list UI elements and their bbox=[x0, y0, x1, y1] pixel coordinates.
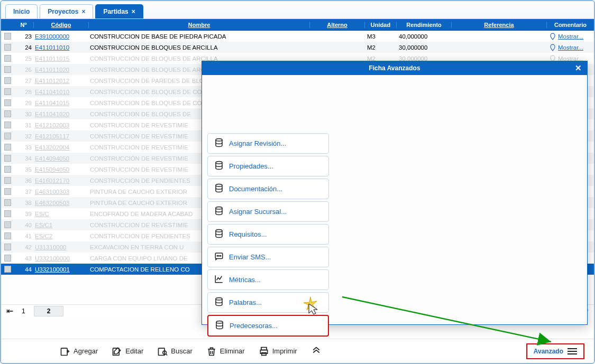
row-code-link[interactable]: E411041010 bbox=[34, 89, 89, 95]
row-code-link[interactable]: E413202004 bbox=[34, 144, 89, 151]
annotation-arrow bbox=[340, 289, 567, 352]
row-code-link[interactable]: E411041020 bbox=[34, 111, 89, 117]
checkbox[interactable] bbox=[4, 244, 11, 250]
row-number: 27 bbox=[14, 78, 34, 84]
row-code-link[interactable]: E463200503 bbox=[34, 200, 89, 206]
pager-page-1[interactable]: 1 bbox=[22, 307, 25, 315]
trash-icon bbox=[206, 346, 217, 357]
svg-point-23 bbox=[216, 321, 223, 324]
checkbox[interactable] bbox=[4, 188, 11, 195]
row-code-link[interactable]: ES/C1 bbox=[34, 222, 89, 228]
checkbox[interactable] bbox=[4, 255, 11, 262]
checkbox[interactable] bbox=[4, 33, 11, 40]
col-nombre[interactable]: Nombre bbox=[89, 22, 310, 28]
menu-item-asignar-sucursal[interactable]: Asignar Sucursal... bbox=[207, 201, 329, 222]
menu-item-requisitos[interactable]: Requisitos... bbox=[207, 224, 329, 245]
row-code-link[interactable]: U332100001 bbox=[34, 266, 89, 273]
checkbox[interactable] bbox=[4, 88, 11, 95]
db-icon bbox=[214, 138, 224, 149]
row-code-link[interactable]: E412102003 bbox=[34, 122, 89, 128]
row-code-link[interactable]: ES/C2 bbox=[34, 233, 89, 239]
col-num[interactable]: Nº bbox=[14, 22, 34, 28]
row-code-link[interactable]: E414094050 bbox=[34, 155, 89, 162]
agregar-button[interactable]: Agregar bbox=[60, 346, 98, 357]
close-icon[interactable]: × bbox=[81, 8, 85, 15]
row-code-link[interactable]: U332100000 bbox=[34, 255, 89, 262]
collapse-button[interactable] bbox=[311, 346, 322, 357]
svg-rect-0 bbox=[61, 348, 68, 355]
search-icon bbox=[157, 346, 168, 357]
checkbox[interactable] bbox=[4, 232, 11, 239]
col-comentario[interactable]: Comentario bbox=[547, 22, 594, 28]
col-alterno[interactable]: Alterno bbox=[310, 22, 365, 28]
db-icon bbox=[214, 161, 224, 172]
tab-partidas[interactable]: Partidas× bbox=[95, 4, 143, 18]
checkbox[interactable] bbox=[4, 199, 11, 206]
svg-point-20 bbox=[218, 256, 219, 257]
col-rendimiento[interactable]: Rendimiento bbox=[397, 22, 452, 28]
checkbox[interactable] bbox=[4, 122, 11, 128]
overlay-title: Ficha Avanzados ✕ bbox=[202, 61, 587, 75]
checkbox[interactable] bbox=[4, 99, 11, 106]
row-code-link[interactable]: E411041015 bbox=[34, 100, 89, 106]
menu-item-predecesoras[interactable]: Predecesoras... bbox=[207, 315, 329, 337]
row-code-link[interactable]: E415094050 bbox=[34, 166, 89, 173]
close-icon[interactable]: ✕ bbox=[575, 63, 582, 73]
row-code-link[interactable]: E411011020 bbox=[34, 67, 89, 73]
row-number: 24 bbox=[14, 44, 34, 51]
editar-button[interactable]: Editar bbox=[112, 346, 143, 357]
tab-proyectos[interactable]: Proyectos× bbox=[40, 4, 93, 18]
db-icon bbox=[215, 320, 224, 331]
svg-point-14 bbox=[216, 162, 222, 164]
eliminar-button[interactable]: Eliminar bbox=[206, 346, 245, 357]
checkbox[interactable] bbox=[4, 55, 11, 62]
buscar-button[interactable]: Buscar bbox=[157, 346, 192, 357]
menu-item-propiedades[interactable]: Propiedades... bbox=[207, 156, 329, 176]
row-code-link[interactable]: U31310000 bbox=[34, 244, 89, 250]
db-icon bbox=[214, 297, 224, 308]
checkbox[interactable] bbox=[4, 133, 11, 139]
col-referencia[interactable]: Referencia bbox=[452, 22, 547, 28]
checkbox[interactable] bbox=[4, 221, 11, 228]
tab-inicio[interactable]: Inicio bbox=[5, 4, 38, 18]
checkbox[interactable] bbox=[4, 177, 11, 184]
checkbox[interactable] bbox=[4, 210, 11, 217]
row-number: 34 bbox=[14, 155, 34, 162]
table-row[interactable]: 24E411011010CONSTRUCCION DE BLOQUES DE A… bbox=[1, 42, 594, 53]
col-unidad[interactable]: Unidad bbox=[365, 22, 397, 28]
row-code-link[interactable]: ES/C bbox=[34, 211, 89, 217]
table-row[interactable]: 23E391000000CONSTRUCCION DE BASE DE PIED… bbox=[1, 31, 594, 42]
checkbox[interactable] bbox=[4, 266, 11, 273]
location-icon bbox=[549, 44, 556, 51]
checkbox[interactable] bbox=[4, 44, 11, 51]
row-code-link[interactable]: E411011015 bbox=[34, 55, 89, 62]
row-mostrar-link[interactable]: Mostrar... bbox=[547, 44, 594, 51]
checkbox[interactable] bbox=[4, 77, 11, 84]
pager-page-2[interactable]: 2 bbox=[34, 306, 64, 316]
row-code-link[interactable]: E411011010 bbox=[34, 44, 89, 51]
menu-item-m-tricas[interactable]: Métricas... bbox=[207, 269, 329, 290]
menu-item-documentaci-n[interactable]: Documentación... bbox=[207, 179, 329, 199]
row-code-link[interactable]: E412105117 bbox=[34, 133, 89, 139]
row-code-link[interactable]: E391000000 bbox=[34, 33, 89, 40]
imprimir-button[interactable]: Imprimir bbox=[259, 346, 297, 357]
row-number: 39 bbox=[14, 211, 34, 217]
row-number: 32 bbox=[14, 133, 34, 139]
row-number: 26 bbox=[14, 67, 34, 73]
checkbox[interactable] bbox=[4, 110, 11, 117]
col-codigo[interactable]: Código bbox=[34, 22, 89, 28]
menu-item-enviar-sms[interactable]: Enviar SMS... bbox=[207, 247, 329, 267]
row-code-link[interactable]: E416012170 bbox=[34, 178, 89, 184]
checkbox[interactable] bbox=[4, 144, 11, 151]
menu-item-asignar-revisi-n[interactable]: Asignar Revisión... bbox=[207, 133, 329, 154]
checkbox[interactable] bbox=[4, 66, 11, 73]
row-number: 31 bbox=[14, 122, 34, 128]
checkbox[interactable] bbox=[4, 155, 11, 162]
pager-first-icon[interactable]: ⇤ bbox=[6, 306, 13, 316]
close-icon[interactable]: × bbox=[132, 8, 135, 15]
checkbox[interactable] bbox=[4, 166, 11, 173]
row-code-link[interactable]: E411012012 bbox=[34, 78, 89, 84]
table-header: Nº Código Nombre Alterno Unidad Rendimie… bbox=[1, 19, 594, 31]
row-mostrar-link[interactable]: Mostrar... bbox=[547, 33, 594, 40]
row-code-link[interactable]: E463100303 bbox=[34, 189, 89, 195]
